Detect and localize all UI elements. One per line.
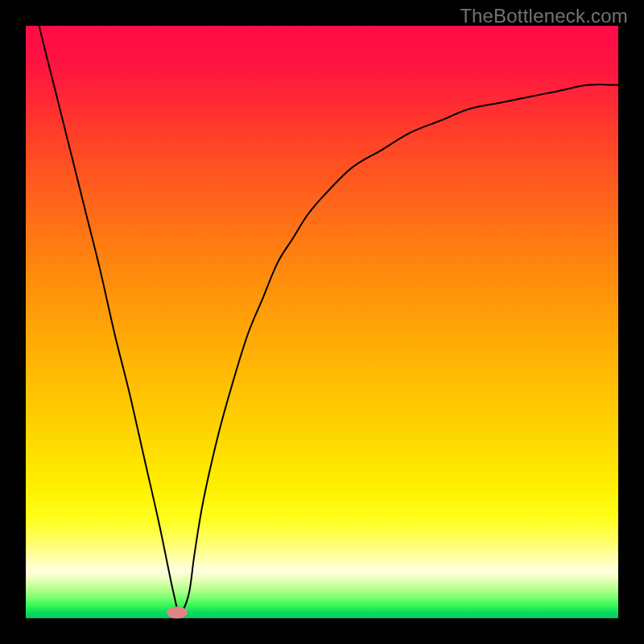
bottleneck-curve xyxy=(26,26,618,618)
chart-frame: TheBottleneck.com xyxy=(0,0,644,644)
plot-area xyxy=(26,26,618,618)
sweet-spot-marker xyxy=(167,607,188,619)
watermark-text: TheBottleneck.com xyxy=(460,5,628,27)
